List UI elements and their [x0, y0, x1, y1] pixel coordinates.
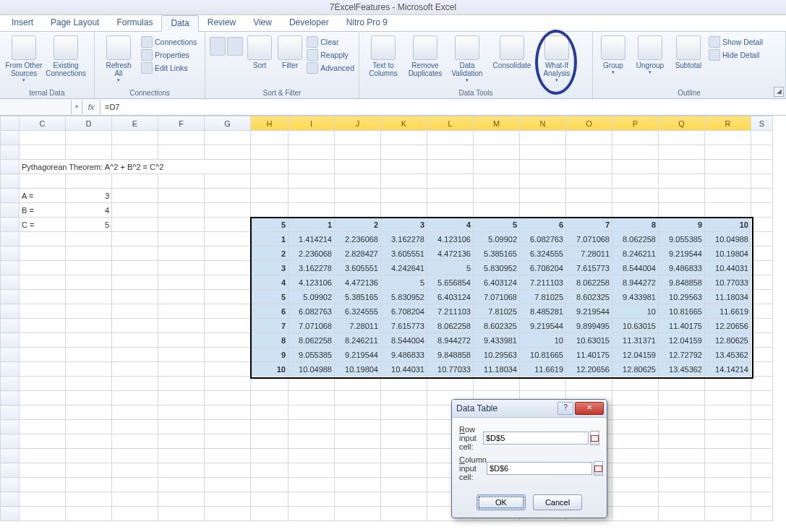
- cell-L9[interactable]: 4.123106: [427, 232, 474, 246]
- cell-S5[interactable]: [751, 174, 773, 189]
- cell-Q28[interactable]: [659, 507, 705, 521]
- cell-R9[interactable]: 10.04988: [705, 232, 751, 246]
- cell-O12[interactable]: 8.062258: [566, 275, 612, 290]
- cell-K9[interactable]: 3.162278: [381, 232, 427, 246]
- cell-Q25[interactable]: [659, 463, 705, 478]
- cell-S19[interactable]: [751, 377, 773, 391]
- cell-J15[interactable]: 7.28011: [335, 319, 381, 333]
- cell-D24[interactable]: [66, 449, 112, 463]
- column-header-row[interactable]: [1, 116, 20, 131]
- cell-K14[interactable]: 6.708204: [381, 304, 427, 319]
- cell-F14[interactable]: [158, 304, 205, 319]
- cell-N8[interactable]: 6: [520, 218, 566, 232]
- cell-C9[interactable]: [20, 232, 66, 246]
- cell-F7[interactable]: [158, 203, 205, 218]
- cell-D27[interactable]: [66, 492, 112, 507]
- cell-K22[interactable]: [381, 420, 427, 434]
- cell-I12[interactable]: 4.123106: [289, 275, 335, 290]
- cell-O6[interactable]: [566, 189, 612, 203]
- column-header-K[interactable]: K: [381, 116, 427, 131]
- cell-Q2[interactable]: [659, 131, 705, 145]
- cell-Q18[interactable]: 13.45362: [659, 362, 705, 377]
- cell-G19[interactable]: [205, 377, 251, 391]
- cell-C27[interactable]: [20, 492, 66, 507]
- cell-J23[interactable]: [335, 434, 381, 449]
- cell-Q7[interactable]: [659, 203, 705, 218]
- cell-P18[interactable]: 12.80625: [612, 362, 659, 377]
- cell-C25[interactable]: [20, 463, 66, 478]
- cell-J2[interactable]: [335, 131, 381, 145]
- cell-Q14[interactable]: 10.81665: [659, 304, 705, 319]
- cell-P5[interactable]: [612, 174, 659, 189]
- cell-O16[interactable]: 10.63015: [566, 333, 612, 348]
- cell-Q9[interactable]: 9.055385: [659, 232, 705, 246]
- cell-E27[interactable]: [112, 492, 158, 507]
- cell-M15[interactable]: 8.602325: [474, 319, 520, 333]
- cell-E26[interactable]: [112, 478, 158, 492]
- cell-K8[interactable]: 3: [381, 218, 427, 232]
- cell-E25[interactable]: [112, 463, 158, 478]
- cell-Q4[interactable]: [659, 160, 705, 174]
- cell-C16[interactable]: [20, 333, 66, 348]
- data-validation-button[interactable]: Data Validation▾: [448, 34, 487, 83]
- cell-D2[interactable]: [66, 131, 112, 145]
- cell-N11[interactable]: 6.708204: [520, 261, 566, 275]
- from-other-sources-button[interactable]: From Other Sources▾: [4, 34, 43, 83]
- cell-N9[interactable]: 6.082763: [520, 232, 566, 246]
- cell-C8[interactable]: C =: [20, 218, 66, 232]
- cell-R11[interactable]: 10.44031: [705, 261, 751, 275]
- cell-Q8[interactable]: 9: [659, 218, 705, 232]
- cell-R7[interactable]: [705, 203, 751, 218]
- cell-Q20[interactable]: [659, 391, 705, 406]
- cell-R23[interactable]: [705, 434, 751, 449]
- cell-Q22[interactable]: [659, 420, 705, 434]
- cell-I9[interactable]: 1.414214: [289, 232, 335, 246]
- cell-I4[interactable]: [289, 160, 335, 174]
- column-header-P[interactable]: P: [612, 116, 659, 131]
- cell-D17[interactable]: [66, 348, 112, 362]
- cell-I14[interactable]: 6.082763: [289, 304, 335, 319]
- cell-L11[interactable]: 5: [427, 261, 474, 275]
- cell-S28[interactable]: [751, 507, 773, 521]
- cell-K18[interactable]: 10.44031: [381, 362, 427, 377]
- cell-D15[interactable]: [66, 319, 112, 333]
- cell-R14[interactable]: 11.6619: [705, 304, 751, 319]
- cell-G21[interactable]: [205, 406, 251, 420]
- cell-I25[interactable]: [289, 463, 335, 478]
- cell-I5[interactable]: [289, 174, 335, 189]
- cell-I2[interactable]: [289, 131, 335, 145]
- cell-K12[interactable]: 5: [381, 275, 427, 290]
- cell-M4[interactable]: [474, 160, 520, 174]
- cell-H28[interactable]: [251, 507, 289, 521]
- cell-I6[interactable]: [289, 189, 335, 203]
- cell-L12[interactable]: 5.656854: [427, 275, 474, 290]
- row-header-28[interactable]: [1, 507, 20, 521]
- cell-Q3[interactable]: [659, 145, 705, 160]
- spreadsheet-grid[interactable]: CDEFGHIJKLMNOPQRSPythagorean Theorem: A^…: [0, 116, 786, 532]
- cell-P15[interactable]: 10.63015: [612, 319, 659, 333]
- cell-R21[interactable]: [705, 406, 751, 420]
- edit-links-button[interactable]: Edit Links: [141, 61, 197, 74]
- cell-P25[interactable]: [612, 463, 659, 478]
- cell-Q16[interactable]: 12.04159: [659, 333, 705, 348]
- cell-H8[interactable]: 5: [251, 218, 289, 232]
- cell-G18[interactable]: [205, 362, 251, 377]
- fx-icon[interactable]: fx: [82, 100, 101, 114]
- cell-M13[interactable]: 7.071068: [474, 290, 520, 304]
- cell-I24[interactable]: [289, 449, 335, 463]
- name-box-dropdown[interactable]: ▾: [72, 100, 82, 114]
- cell-F2[interactable]: [158, 131, 205, 145]
- cell-M11[interactable]: 5.830952: [474, 261, 520, 275]
- column-header-J[interactable]: J: [335, 116, 381, 131]
- cell-O4[interactable]: [566, 160, 612, 174]
- cell-P27[interactable]: [612, 492, 659, 507]
- text-to-columns-button[interactable]: Text to Columns: [364, 34, 403, 77]
- cell-H4[interactable]: [251, 160, 289, 174]
- cell-K13[interactable]: 5.830952: [381, 290, 427, 304]
- cell-G20[interactable]: [205, 391, 251, 406]
- cell-C15[interactable]: [20, 319, 66, 333]
- cell-F12[interactable]: [158, 275, 205, 290]
- cell-R24[interactable]: [705, 449, 751, 463]
- cell-E19[interactable]: [112, 377, 158, 391]
- row-header-24[interactable]: [1, 449, 20, 463]
